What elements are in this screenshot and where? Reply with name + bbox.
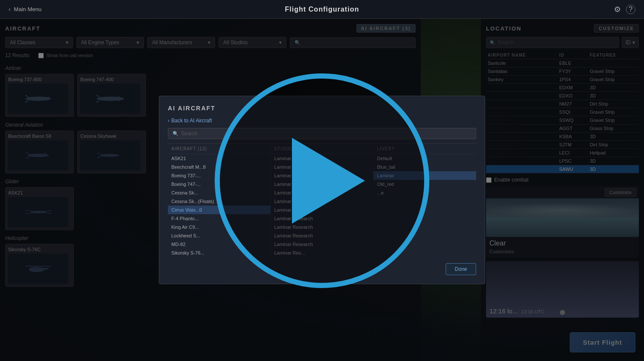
back-chevron-icon: ‹ [168,118,170,124]
settings-icon[interactable]: ⚙ [614,5,621,14]
back-arrow-icon: ‹ [9,6,10,12]
play-triangle-icon [292,138,365,224]
main-menu-link[interactable]: Main Menu [14,6,41,12]
page-title: Flight Configuration [285,6,359,13]
header-actions: ⚙ ? [614,5,635,14]
play-button[interactable] [215,73,429,288]
header: ‹ Main Menu Flight Configuration ⚙ ? [0,0,644,19]
back-nav[interactable]: ‹ Main Menu [9,6,42,12]
help-icon[interactable]: ? [626,5,635,14]
modal-search-icon: 🔍 [173,131,179,137]
done-button[interactable]: Done [446,263,476,275]
